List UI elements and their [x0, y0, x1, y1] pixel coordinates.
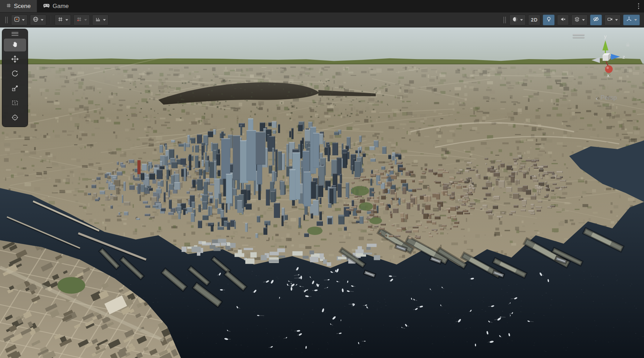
scene-visibility-icon — [593, 16, 599, 24]
grid-visibility-icon — [57, 16, 63, 24]
scene-camera-settings-dropdown[interactable] — [623, 15, 640, 25]
scene-3d-view[interactable] — [0, 27, 644, 358]
collapsed-overlay-handle[interactable] — [573, 34, 585, 38]
toolbar-grip-right[interactable] — [503, 17, 506, 23]
transform-tool-icon — [11, 114, 19, 123]
rotate-tool-icon — [11, 70, 19, 79]
chevron-down-icon — [520, 19, 523, 21]
scale-tool-icon — [11, 84, 19, 93]
camera-icon — [607, 16, 613, 24]
chevron-down-icon — [634, 19, 637, 21]
scene-toolbar: 2D — [0, 12, 644, 27]
draw-mode-dropdown[interactable] — [11, 15, 27, 25]
increment-snap-dropdown[interactable] — [92, 15, 109, 25]
rect-tool-icon — [11, 99, 19, 108]
rotate-tool-button[interactable] — [4, 68, 26, 81]
projection-label: Persp — [601, 94, 617, 101]
tab-game-label: Game — [53, 3, 69, 10]
effects-dropdown[interactable] — [571, 15, 588, 25]
lock-icon — [625, 42, 630, 49]
chevron-down-icon — [22, 19, 25, 21]
scene-camera-gizmo-icon — [626, 16, 632, 24]
view-tab-bar: Scene Game — [0, 0, 644, 12]
grid-visibility-dropdown[interactable] — [55, 15, 71, 25]
2d-view-toggle[interactable]: 2D — [528, 15, 540, 25]
move-tool-button[interactable] — [4, 53, 26, 66]
scene-grid-icon — [6, 3, 11, 10]
effects-icon — [574, 16, 580, 24]
axis-x-handle[interactable]: x — [605, 62, 613, 78]
toolbar-grip-left[interactable] — [5, 17, 8, 23]
tab-game[interactable]: Game — [37, 0, 75, 12]
gamepad-icon — [43, 3, 50, 10]
axis-x-label: x — [607, 72, 610, 78]
axis-neg-handle[interactable] — [591, 57, 600, 63]
move-tool-icon — [11, 55, 19, 64]
chevron-down-icon — [615, 19, 618, 21]
view-hand-tool-button[interactable] — [4, 39, 26, 51]
overlay-grip-icon[interactable] — [4, 31, 26, 37]
snap-settings-icon — [76, 16, 82, 24]
scale-tool-button[interactable] — [4, 82, 26, 95]
orientation-gizmo[interactable]: y z — [584, 33, 630, 79]
chevron-down-icon — [65, 19, 68, 21]
kebab-menu-icon[interactable] — [636, 0, 642, 12]
toolbar-separator — [50, 16, 51, 24]
axis-y-handle[interactable]: y — [603, 33, 609, 56]
scene-lighting-toggle[interactable] — [543, 15, 555, 25]
tools-overlay — [2, 29, 28, 127]
hand-tool-icon — [11, 41, 19, 50]
tab-scene-label: Scene — [14, 3, 31, 10]
chevron-down-icon — [84, 19, 87, 21]
rect-transform-tool-button[interactable] — [4, 97, 26, 110]
tab-scene[interactable]: Scene — [0, 0, 37, 12]
custom-transform-tool-button[interactable] — [4, 112, 26, 124]
snap-settings-dropdown[interactable] — [73, 15, 90, 25]
axis-y-label: y — [604, 33, 607, 39]
scene-viewport[interactable]: y z — [0, 27, 644, 358]
unity-editor-window: Scene Game — [0, 0, 644, 358]
chevron-down-icon — [41, 19, 43, 21]
shading-mode-dropdown[interactable] — [509, 15, 526, 25]
chevron-down-icon — [582, 19, 585, 21]
chevron-down-icon — [103, 19, 106, 21]
shading-mode-icon — [512, 16, 518, 24]
2d-view-label: 2D — [531, 17, 538, 23]
increment-snap-icon — [95, 16, 101, 24]
scene-visibility-toggle[interactable] — [590, 15, 602, 25]
projection-toggle[interactable]: ‹ Persp — [596, 94, 617, 101]
scene-gizmos-icon — [33, 16, 39, 24]
scene-gizmos-dropdown[interactable] — [30, 15, 46, 25]
camera-dropdown[interactable] — [604, 15, 621, 25]
audio-mute-icon — [560, 16, 566, 24]
chevron-left-icon: ‹ — [596, 95, 598, 101]
audio-mute-toggle[interactable] — [557, 15, 569, 25]
scene-lighting-icon — [546, 16, 552, 24]
draw-mode-icon — [14, 16, 20, 24]
axis-z-label: z — [622, 54, 625, 60]
gizmo-cube[interactable] — [603, 53, 610, 61]
